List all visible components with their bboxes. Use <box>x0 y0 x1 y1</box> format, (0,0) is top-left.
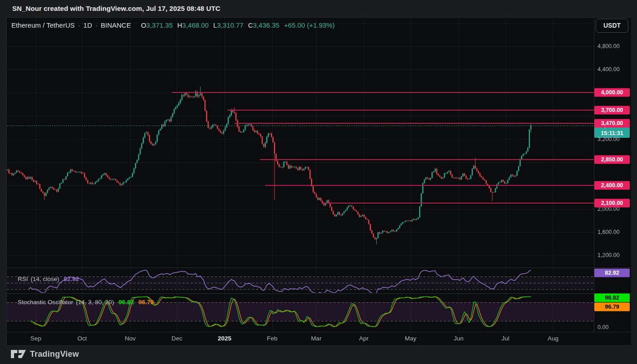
tradingview-wordmark: TradingView <box>30 349 79 359</box>
time-axis-label-mar: Mar <box>311 335 321 342</box>
open-value: 3,371.35 <box>146 21 172 29</box>
time-axis-label-2025: 2025 <box>218 335 231 342</box>
symbol-info-row[interactable]: Ethereum / TetherUS · 1D · BINANCE O3,37… <box>11 21 335 29</box>
close-label: C <box>248 21 253 29</box>
price-axis-label: 4,800.00 <box>598 43 629 49</box>
stochastic-d-value: 96.79 <box>138 299 154 306</box>
tradingview-logo-icon <box>11 349 26 359</box>
attribution-text: SN_Nour created with TradingView.com, Ju… <box>12 5 220 12</box>
time-axis-label-aug: Aug <box>548 335 559 342</box>
time-axis-label-may: May <box>405 335 416 342</box>
high-value: 3,468.00 <box>182 21 209 29</box>
price-change: +65.00 (+1.93%) <box>284 21 335 29</box>
price-line-label: 3,470.00 <box>594 119 630 128</box>
open-label: O <box>141 21 147 29</box>
currency-toggle-button[interactable]: USDT <box>596 19 628 33</box>
time-axis-label-dec: Dec <box>172 335 182 342</box>
rsi-value: 82.92 <box>64 276 79 282</box>
rsi-title[interactable]: RSI <box>18 276 28 282</box>
rsi-params: (14, close) <box>31 276 59 282</box>
tradingview-screenshot: SN_Nour created with TradingView.com, Ju… <box>0 0 637 364</box>
time-axis-label-sep: Sep <box>30 335 41 342</box>
time-axis-label-oct: Oct <box>77 335 87 342</box>
candlestick-chart-canvas[interactable] <box>7 18 631 345</box>
low-label: L <box>213 21 217 29</box>
ohlc-values: O3,371.35H3,468.00L3,310.77C3,436.35 <box>137 21 279 29</box>
price-line-label: 2,850.00 <box>594 155 630 164</box>
symbol-interval[interactable]: 1D <box>83 21 92 29</box>
time-axis-label-apr: Apr <box>359 335 368 342</box>
rsi-indicator-label[interactable]: RSI (14, close) 82.92 <box>18 276 79 282</box>
price-axis-label: 3,200.00 <box>598 136 629 142</box>
time-axis[interactable]: SepOctNovDec2025FebMarAprMayJunJulAug <box>7 332 594 345</box>
symbol-exchange[interactable]: BINANCE <box>101 21 131 29</box>
price-axis-label: 1,200.00 <box>598 252 629 258</box>
price-line-label: 2,400.00 <box>594 181 630 190</box>
stochastic-indicator-label[interactable]: Stochastic Oscillator (14, 3, 80, 20) 96… <box>18 299 154 306</box>
low-value: 3,310.77 <box>217 21 243 29</box>
separator-dot: · <box>78 21 80 29</box>
price-line-label: 3,700.00 <box>594 106 630 114</box>
stochastic-k-axis-label: 96.82 <box>594 294 630 302</box>
chart-card: Ethereum / TetherUS · 1D · BINANCE O3,37… <box>6 17 631 345</box>
price-axis[interactable]: 3,436.35 15:11:31 82.92 96.82 96.79 0.00… <box>594 18 631 332</box>
time-axis-label-jul: Jul <box>501 335 509 342</box>
footer-bar: TradingView <box>0 345 637 364</box>
stochastic-d-axis-label: 96.79 <box>594 303 630 311</box>
time-axis-label-feb: Feb <box>267 335 277 342</box>
tradingview-logo: TradingView <box>11 349 79 359</box>
symbol-pair[interactable]: Ethereum / TetherUS <box>11 21 75 29</box>
stochastic-k-value: 96.82 <box>118 299 134 306</box>
stochastic-zero-label: 0.00 <box>598 324 629 330</box>
time-axis-label-jun: Jun <box>454 335 464 342</box>
price-axis-label: 1,600.00 <box>598 229 629 235</box>
high-label: H <box>177 21 182 29</box>
separator-dot: · <box>95 21 98 29</box>
stochastic-title[interactable]: Stochastic Oscillator <box>18 299 73 306</box>
price-line-label: 2,100.00 <box>594 199 630 207</box>
time-axis-label-nov: Nov <box>125 335 136 342</box>
price-line-label: 4,000.00 <box>594 88 630 97</box>
attribution-bar: SN_Nour created with TradingView.com, Ju… <box>0 0 637 17</box>
stochastic-params: (14, 3, 80, 20) <box>76 299 114 306</box>
price-axis-label: 4,400.00 <box>598 66 629 73</box>
rsi-axis-label: 82.92 <box>594 268 630 277</box>
close-value: 3,436.35 <box>253 21 279 29</box>
